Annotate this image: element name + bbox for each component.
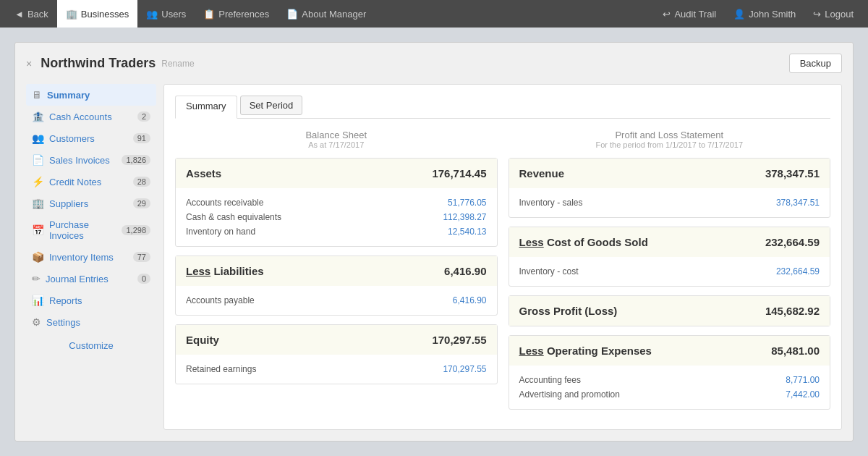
sidebar-item-customers[interactable]: 👥 Customers 91 — [26, 127, 156, 149]
purchase-invoices-badge: 1,298 — [122, 225, 150, 235]
about-manager-nav-item[interactable]: 📄 About Manager — [278, 0, 375, 28]
business-panel: × Northwind Traders Rename Backup 🖥 Summ… — [14, 42, 854, 442]
balance-sheet-column: Balance Sheet As at 7/17/2017 Assets 176… — [175, 130, 498, 418]
tab-set-period[interactable]: Set Period — [240, 96, 303, 115]
business-header: × Northwind Traders Rename Backup — [26, 54, 842, 73]
sidebar-label-customers: Customers — [49, 133, 95, 144]
preferences-nav-item[interactable]: 📋 Preferences — [195, 0, 278, 28]
sidebar-item-cash-accounts[interactable]: 🏦 Cash Accounts 2 — [26, 106, 156, 127]
sidebar-label-settings: Settings — [46, 317, 80, 328]
assets-title: Assets — [186, 167, 221, 180]
reports-icon: 📊 — [32, 295, 44, 306]
credit-notes-icon: ⚡ — [32, 176, 44, 187]
assets-row-cash: Cash & cash equivalents 112,398.27 — [186, 210, 487, 224]
equity-card: Equity 170,297.55 Retained earnings 170,… — [175, 324, 498, 384]
assets-card: Assets 176,714.45 Accounts receivable 51… — [175, 158, 498, 247]
sidebar-item-purchase-invoices[interactable]: 📅 Purchase Invoices 1,298 — [26, 214, 156, 246]
retained-label: Retained earnings — [186, 364, 256, 374]
gross-profit-card: Gross Profit (Loss) 145,682.92 — [509, 295, 831, 326]
businesses-icon: 🏢 — [66, 9, 77, 20]
operating-expenses-title: Less Operating Expenses — [519, 345, 652, 357]
gross-profit-card-header: Gross Profit (Loss) 145,682.92 — [509, 296, 830, 326]
users-nav-item[interactable]: 👥 Users — [137, 0, 195, 28]
user-icon: 👤 — [733, 9, 745, 20]
revenue-card: Revenue 378,347.51 Inventory - sales 378… — [509, 158, 831, 218]
close-business-button[interactable]: × — [26, 58, 32, 69]
less-opex-underline: Less — [519, 345, 544, 357]
liabilities-card-body: Accounts payable 6,416.90 — [176, 286, 497, 315]
customers-icon: 👥 — [32, 132, 44, 144]
journal-entries-badge: 0 — [137, 274, 150, 284]
sidebar-item-inventory-items[interactable]: 📦 Inventory Items 77 — [26, 246, 156, 268]
customize-link[interactable]: Customize — [26, 340, 156, 351]
back-button[interactable]: ◄ Back — [6, 0, 57, 28]
ar-value[interactable]: 51,776.05 — [448, 198, 486, 208]
revenue-title: Revenue — [519, 167, 565, 180]
cogs-title: Less Cost of Goods Sold — [519, 236, 648, 248]
journal-entries-icon: ✏ — [32, 273, 41, 284]
back-icon: ◄ — [14, 9, 24, 20]
rename-link[interactable]: Rename — [161, 59, 194, 69]
sidebar-item-credit-notes[interactable]: ⚡ Credit Notes 28 — [26, 171, 156, 193]
equity-card-body: Retained earnings 170,297.55 — [176, 355, 497, 384]
liabilities-card: Less Liabilities 6,416.90 Accounts payab… — [175, 256, 498, 316]
logout-icon: ↪ — [813, 9, 821, 20]
assets-total: 176,714.45 — [432, 167, 486, 180]
top-navigation: ◄ Back 🏢 Businesses 👥 Users 📋 Preference… — [0, 0, 868, 28]
cash-label: Cash & cash equivalents — [186, 212, 281, 222]
cogs-card-body: Inventory - cost 232,664.59 — [509, 257, 830, 286]
inv-sales-value[interactable]: 378,347.51 — [776, 198, 820, 208]
businesses-nav-item[interactable]: 🏢 Businesses — [57, 0, 137, 28]
retained-value[interactable]: 170,297.55 — [443, 364, 486, 374]
inventory-items-icon: 📦 — [32, 251, 44, 263]
customers-badge: 91 — [133, 133, 150, 143]
sidebar-item-settings[interactable]: ⚙ Settings — [26, 311, 156, 333]
less-cogs-underline: Less — [519, 236, 544, 248]
gross-profit-total: 145,682.92 — [765, 305, 820, 317]
sidebar-label-reports: Reports — [49, 295, 82, 306]
inv-cost-value[interactable]: 232,664.59 — [776, 266, 820, 276]
sidebar-item-suppliers[interactable]: 🏢 Suppliers 29 — [26, 193, 156, 214]
sales-invoices-badge: 1,826 — [122, 155, 150, 165]
inv-sales-label: Inventory - sales — [519, 198, 583, 208]
liabilities-label: Liabilities — [213, 265, 263, 277]
inv-cost-label: Inventory - cost — [519, 266, 579, 276]
inventory-items-badge: 77 — [133, 252, 150, 262]
less-liabilities-underline: Less — [186, 265, 210, 277]
accounting-label: Accounting fees — [519, 375, 581, 385]
revenue-total: 378,347.51 — [765, 167, 820, 180]
tabs-bar: Summary Set Period — [175, 96, 830, 119]
revenue-card-header: Revenue 378,347.51 — [509, 159, 830, 188]
inventory-value[interactable]: 12,540.13 — [448, 227, 486, 237]
backup-button[interactable]: Backup — [789, 54, 842, 73]
sidebar-item-reports[interactable]: 📊 Reports — [26, 290, 156, 311]
cogs-label: Cost of Goods Sold — [547, 236, 648, 248]
balance-sheet-title: Balance Sheet — [175, 130, 498, 140]
logout-nav-item[interactable]: ↪ Logout — [804, 0, 862, 28]
content-area: Summary Set Period Balance Sheet As at 7… — [163, 84, 842, 430]
panel-body: 🖥 Summary 🏦 Cash Accounts 2 👥 — [26, 84, 842, 430]
cogs-row-inv-cost: Inventory - cost 232,664.59 — [519, 264, 820, 279]
accounting-value[interactable]: 8,771.00 — [786, 375, 820, 385]
balance-sheet-header: Balance Sheet As at 7/17/2017 — [175, 130, 498, 149]
sidebar-item-summary[interactable]: 🖥 Summary — [26, 84, 156, 106]
operating-expenses-card-header: Less Operating Expenses 85,481.00 — [509, 336, 830, 366]
equity-total: 170,297.55 — [432, 334, 486, 346]
audit-trail-nav-item[interactable]: ↩ Audit Trail — [654, 0, 725, 28]
ap-value[interactable]: 6,416.90 — [453, 295, 487, 305]
operating-expenses-card: Less Operating Expenses 85,481.00 Accoun… — [509, 335, 831, 410]
sidebar-item-sales-invoices[interactable]: 📄 Sales Invoices 1,826 — [26, 149, 156, 171]
assets-card-header: Assets 176,714.45 — [176, 159, 497, 188]
tab-summary[interactable]: Summary — [175, 96, 237, 119]
equity-row-retained: Retained earnings 170,297.55 — [186, 362, 487, 376]
business-name: Northwind Traders — [41, 56, 156, 71]
ap-label: Accounts payable — [186, 295, 255, 305]
equity-title: Equity — [186, 334, 219, 346]
sidebar-label-journal-entries: Journal Entries — [46, 274, 109, 284]
advertising-value[interactable]: 7,442.00 — [786, 389, 820, 400]
cash-value[interactable]: 112,398.27 — [443, 212, 486, 222]
assets-row-inventory: Inventory on hand 12,540.13 — [186, 224, 487, 239]
sidebar-item-journal-entries[interactable]: ✏ Journal Entries 0 — [26, 268, 156, 290]
liabilities-total: 6,416.90 — [444, 265, 486, 277]
user-profile-nav-item[interactable]: 👤 John Smith — [725, 0, 804, 28]
